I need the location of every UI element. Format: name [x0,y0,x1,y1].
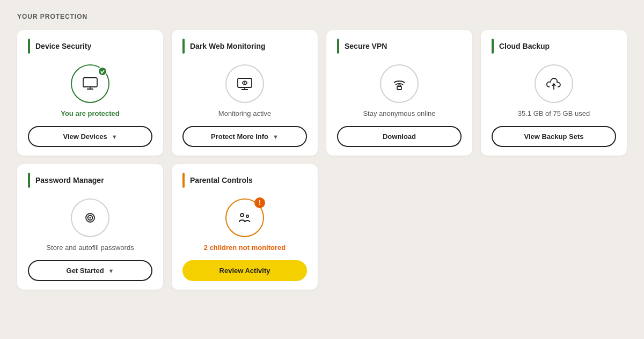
card-body-device-security: You are protected View Devices ▼ [17,54,163,156]
chevron-down-icon: ▼ [273,134,279,140]
card-title-parental-controls: Parental Controls [190,176,253,185]
status-parental-controls: 2 children not monitored [204,244,286,252]
monitor-icon [80,74,100,93]
svg-point-14 [92,217,93,218]
card-header-vpn: Secure VPN [326,30,472,54]
card-body-vpn: Stay anonymous online Download [326,54,472,156]
top-card-grid: Device Security You are protected View D… [17,30,627,156]
status-device-security: You are protected [61,109,120,117]
view-backup-sets-button[interactable]: View Backup Sets [492,126,616,147]
card-body-cloud-backup: 35.1 GB of 75 GB used View Backup Sets [481,54,627,156]
check-icon [100,69,105,74]
page-title: YOUR PROTECTION [17,13,627,20]
view-devices-button[interactable]: View Devices ▼ [28,126,152,147]
card-title-password-manager: Password Manager [35,176,104,185]
status-cloud-backup: 35.1 GB of 75 GB used [518,109,590,117]
accent-cloud-backup [492,39,494,54]
protect-more-info-button[interactable]: Protect More Info ▼ [182,126,307,147]
wifi-lock-icon [390,74,409,93]
chevron-down-icon: ▼ [108,268,114,274]
card-parental-controls: Parental Controls ! 2 children not monit… [172,164,318,290]
card-title-vpn: Secure VPN [345,42,387,50]
card-body-password-manager: Store and autofill passwords Get Started… [17,188,163,290]
empty-slot-2 [481,164,627,290]
svg-point-7 [244,82,245,83]
icon-device-security [71,64,109,103]
svg-rect-8 [397,86,401,90]
card-header-cloud-backup: Cloud Backup [481,30,627,54]
card-dark-web: Dark Web Monitoring Monitoring active Pr… [172,30,318,156]
card-header-dark-web: Dark Web Monitoring [172,30,318,54]
card-title-dark-web: Dark Web Monitoring [190,42,266,50]
accent-password-manager [28,173,30,188]
review-activity-button[interactable]: Review Activity [182,260,307,281]
card-cloud-backup: Cloud Backup 35.1 GB of 75 GB used View … [481,30,627,156]
card-body-dark-web: Monitoring active Protect More Info ▼ [172,54,318,156]
key-icon [80,208,100,227]
bottom-card-grid: Password Manager Store and autofill pass… [17,164,627,290]
status-password-manager: Store and autofill passwords [46,244,134,252]
accent-device-security [28,39,30,54]
card-body-parental-controls: ! 2 children not monitored Review Activi… [172,188,318,290]
svg-point-15 [90,215,91,216]
check-badge [98,67,107,76]
card-header-password-manager: Password Manager [17,164,163,188]
chevron-down-icon: ▼ [112,134,118,140]
svg-rect-0 [83,78,97,87]
icon-cloud-backup [535,64,573,103]
card-title-device-security: Device Security [35,42,91,50]
svg-point-18 [246,215,248,217]
card-header-parental-controls: Parental Controls [172,164,318,188]
svg-point-12 [90,217,91,219]
icon-dark-web [225,64,264,103]
icon-password-manager [71,198,109,237]
icon-vpn [380,64,419,103]
status-dark-web: Monitoring active [218,109,271,117]
svg-point-16 [90,219,91,220]
eye-monitor-icon [235,74,254,93]
card-header-device-security: Device Security [17,30,163,54]
icon-parental-controls: ! [225,198,264,237]
card-device-security: Device Security You are protected View D… [17,30,163,156]
cloud-upload-icon [544,74,564,93]
accent-vpn [337,39,339,54]
svg-point-17 [240,213,244,217]
accent-dark-web [182,39,185,54]
card-title-cloud-backup: Cloud Backup [499,42,550,50]
svg-point-13 [87,217,89,218]
family-icon [235,208,254,227]
empty-slot-1 [326,164,472,290]
card-password-manager: Password Manager Store and autofill pass… [17,164,163,290]
accent-parental-controls [182,173,185,188]
status-vpn: Stay anonymous online [363,109,435,117]
download-button[interactable]: Download [337,126,462,147]
get-started-button[interactable]: Get Started ▼ [28,260,152,281]
card-vpn: Secure VPN Stay anonymous online Downloa… [326,30,472,156]
warn-badge: ! [254,197,265,208]
